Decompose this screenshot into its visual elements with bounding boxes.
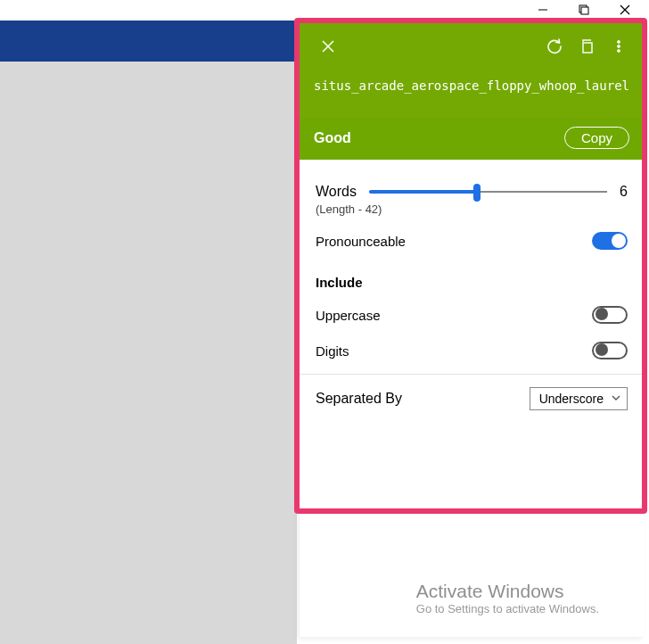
popup-header: situs_arcade_aerospace_floppy_whoop_laur…: [300, 21, 644, 160]
password-generator-popup: situs_arcade_aerospace_floppy_whoop_laur…: [300, 21, 644, 637]
chevron-down-icon: [611, 392, 621, 406]
window-caption-buttons: [535, 0, 649, 20]
words-label: Words: [316, 184, 357, 200]
close-icon[interactable]: [312, 30, 344, 62]
regenerate-icon[interactable]: [538, 30, 571, 62]
copy-button[interactable]: Copy: [564, 127, 629, 149]
svg-point-9: [618, 45, 620, 48]
uppercase-toggle[interactable]: [592, 306, 628, 324]
strength-banner: Good Copy: [300, 118, 644, 160]
watermark-subtitle: Go to Settings to activate Windows.: [416, 602, 599, 615]
strength-label: Good: [314, 130, 351, 146]
digits-label: Digits: [316, 343, 349, 359]
windows-activation-watermark: Activate Windows Go to Settings to activ…: [416, 581, 599, 615]
separator-row: Separated By Underscore: [316, 375, 628, 423]
separator-selected: Underscore: [539, 392, 604, 406]
separator-select[interactable]: Underscore: [530, 387, 628, 410]
separator-label: Separated By: [316, 391, 402, 407]
uppercase-row: Uppercase: [316, 297, 628, 333]
include-title: Include: [316, 259, 628, 297]
words-slider[interactable]: [369, 183, 607, 201]
app-header-bar: [0, 21, 294, 62]
pronounceable-row: Pronounceable: [316, 223, 628, 259]
maximize-button[interactable]: [576, 2, 592, 18]
generated-password: situs_arcade_aerospace_floppy_whoop_laur…: [300, 71, 644, 118]
digits-row: Digits: [316, 333, 628, 368]
svg-point-8: [618, 41, 620, 44]
copy-icon[interactable]: [571, 30, 603, 62]
pronounceable-toggle[interactable]: [592, 232, 628, 250]
svg-rect-2: [581, 7, 588, 14]
app-background-pane: [0, 62, 297, 644]
words-value: 6: [620, 184, 628, 200]
digits-toggle[interactable]: [592, 342, 628, 359]
popup-body: Words 6 (Length - 42) Pronounceable Incl…: [300, 160, 644, 423]
watermark-title: Activate Windows: [416, 581, 599, 602]
minimize-button[interactable]: [535, 2, 551, 18]
svg-rect-7: [583, 43, 592, 53]
pronounceable-label: Pronounceable: [316, 234, 406, 249]
window-close-button[interactable]: [617, 2, 633, 18]
words-row: Words 6: [316, 172, 628, 201]
svg-point-10: [618, 50, 620, 53]
length-label: (Length - 42): [316, 202, 628, 216]
more-icon[interactable]: [603, 30, 635, 62]
uppercase-label: Uppercase: [316, 308, 381, 323]
